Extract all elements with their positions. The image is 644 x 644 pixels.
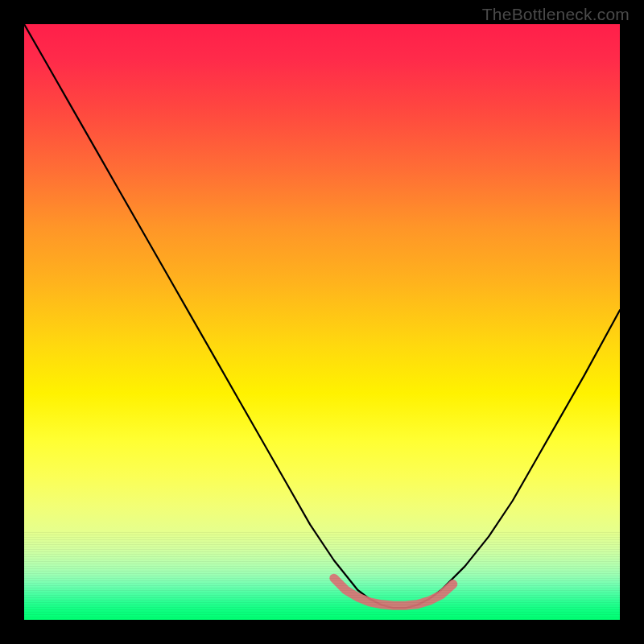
plot-area xyxy=(24,24,620,620)
watermark-text: TheBottleneck.com xyxy=(482,5,630,24)
optimal-band-path xyxy=(334,578,453,605)
bottleneck-curve-path xyxy=(24,24,620,608)
curve-svg xyxy=(24,24,620,620)
chart-frame: TheBottleneck.com xyxy=(0,0,644,644)
